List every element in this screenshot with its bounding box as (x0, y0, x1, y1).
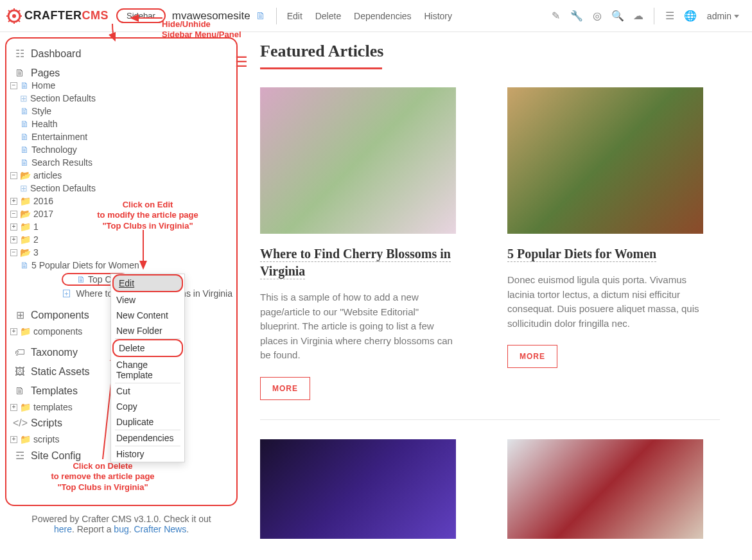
footer-link-news[interactable]: Crafter News (134, 524, 186, 534)
new-content-icon: + (63, 290, 70, 297)
ctx-change-template[interactable]: Change Template (111, 357, 184, 383)
toolbar-edit[interactable]: Edit (287, 11, 302, 21)
tree-label: Style (31, 106, 51, 116)
user-menu[interactable]: admin (701, 11, 746, 21)
ctx-new-content[interactable]: New Content (111, 308, 184, 323)
footer: Powered by Crafter CMS v3.1.0. Check it … (5, 506, 238, 542)
toolbar-delete[interactable]: Delete (315, 11, 341, 21)
tree-month-3[interactable]: −📂3 (10, 246, 232, 259)
puzzle-icon: ⊞ (20, 93, 28, 103)
file-icon: 🗎 (20, 144, 29, 155)
divider (276, 8, 277, 24)
sliders-icon: ☲ (13, 450, 27, 462)
svg-line-8 (8, 20, 10, 22)
article-card-3[interactable] (260, 439, 456, 550)
more-button[interactable]: MORE (260, 377, 310, 400)
tree-health[interactable]: 🗎Health (10, 118, 232, 130)
ctx-dependencies[interactable]: Dependencies (111, 430, 184, 446)
footer-link-here[interactable]: here (54, 524, 72, 534)
nav-label: Static Assets (31, 366, 90, 378)
nav-pages[interactable]: 🗎Pages (10, 64, 232, 79)
tree-label: Health (31, 119, 57, 129)
tree-entertainment[interactable]: 🗎Entertainment (10, 130, 232, 143)
tree-label: ns in Virginia (181, 288, 232, 299)
footer-text: Powered by Crafter CMS v3.1.0. Check it … (31, 514, 211, 524)
ctx-history[interactable]: History (111, 446, 184, 462)
tag-icon: 🏷 (13, 347, 27, 358)
tree-label: 3 (33, 247, 39, 258)
toolbar-history[interactable]: History (424, 11, 452, 21)
ctx-duplicate[interactable]: Duplicate (111, 414, 184, 430)
footer-link-bug[interactable]: bug (114, 524, 128, 534)
ctx-delete[interactable]: Delete (112, 339, 183, 357)
card-title[interactable]: Where to Find Cherry Blossoms in Virgini… (260, 247, 451, 279)
toolbar-dependencies[interactable]: Dependencies (354, 11, 412, 21)
wrench-icon[interactable]: 🔧 (566, 10, 587, 22)
tree-style[interactable]: 🗎Style (10, 105, 232, 118)
sidebar-toggle-button[interactable]: Sidebar (116, 8, 166, 23)
svg-point-9 (12, 14, 16, 18)
card-body: Donec euismod ligula quis porta. Vivamus… (507, 273, 703, 331)
tree-home[interactable]: −🗎Home (10, 79, 232, 92)
article-card-diets[interactable]: 5 Popular Diets for Women Donec euismod … (507, 87, 703, 400)
tree-search-results[interactable]: 🗎Search Results (10, 156, 232, 169)
puzzle-icon: ⊞ (20, 183, 28, 193)
tree-month-2[interactable]: +📁2 (10, 233, 232, 246)
globe-icon[interactable]: 🌐 (680, 10, 701, 22)
preview-hamburger-icon[interactable]: ☰ (235, 54, 248, 71)
nav-dashboard[interactable]: ☷Dashboard (10, 44, 232, 64)
tree-month-1[interactable]: +📁1 (10, 220, 232, 233)
more-button[interactable]: MORE (507, 345, 557, 368)
tree-technology[interactable]: 🗎Technology (10, 143, 232, 156)
file-icon: 🗎 (76, 274, 85, 284)
svg-line-6 (18, 20, 20, 22)
pencil-icon[interactable]: ✎ (546, 10, 566, 22)
tree-article-diets[interactable]: 🗎5 Popular Diets for Women (10, 259, 232, 272)
dashboard-icon: ☷ (13, 48, 27, 60)
folder-open-icon: 📂 (20, 247, 31, 258)
nav-label: Taxonomy (31, 347, 78, 358)
folder-icon: 📁 (20, 326, 31, 337)
footer-text: . (186, 524, 189, 534)
ctx-cut[interactable]: Cut (111, 383, 184, 399)
svg-line-5 (8, 10, 10, 12)
brand-text-1: CRAFTER (24, 9, 82, 22)
menu-icon[interactable]: ☰ (660, 10, 680, 22)
tree-label: 5 Popular Diets for Women (31, 260, 139, 270)
brand-text-2: CMS (82, 9, 109, 22)
file-icon: 🗎 (13, 385, 27, 397)
featured-heading: Featured Articles (260, 42, 720, 61)
site-name: mvawesomesite (172, 10, 250, 22)
tree-label: Entertainment (31, 132, 87, 142)
cloud-icon[interactable]: ☁ (628, 10, 649, 22)
nav-label: Scripts (31, 417, 62, 429)
card-title[interactable]: 5 Popular Diets for Women (507, 247, 656, 262)
target-icon[interactable]: ◎ (587, 10, 608, 22)
folder-open-icon: 📂 (20, 209, 31, 219)
tree-section-defaults[interactable]: ⊞Section Defaults (10, 92, 232, 105)
tree-2016[interactable]: +📁2016 (10, 195, 232, 207)
svg-line-7 (18, 10, 20, 12)
tree-2017[interactable]: −📂2017 (10, 207, 232, 220)
page-icon[interactable]: 🗎 (250, 10, 271, 22)
tree-label: 2017 (33, 209, 53, 219)
search-icon[interactable]: 🔍 (608, 10, 628, 22)
ctx-copy[interactable]: Copy (111, 399, 184, 414)
tree-articles[interactable]: −📂articles (10, 169, 232, 182)
gear-icon (6, 8, 22, 24)
footer-text: . Report a (72, 524, 114, 534)
ctx-view[interactable]: View (111, 292, 184, 308)
article-card-cherry[interactable]: Where to Find Cherry Blossoms in Virgini… (260, 87, 456, 400)
tree-label: Section Defaults (30, 93, 96, 103)
tree-label: Technology (31, 144, 77, 155)
ctx-new-folder[interactable]: New Folder (111, 323, 184, 338)
nav-label: Templates (31, 385, 78, 397)
tree-label: templates (33, 402, 73, 412)
tree-section-defaults-2[interactable]: ⊞Section Defaults (10, 182, 232, 195)
tree-label: Where to (76, 288, 112, 299)
ctx-edit[interactable]: Edit (112, 274, 183, 292)
brand-logo[interactable]: CRAFTERCMS (6, 8, 109, 24)
sidebar: ☰ ☷Dashboard 🗎Pages −🗎Home ⊞Section Defa… (0, 32, 241, 560)
tree-label: components (33, 326, 82, 337)
article-card-4[interactable] (507, 439, 703, 550)
